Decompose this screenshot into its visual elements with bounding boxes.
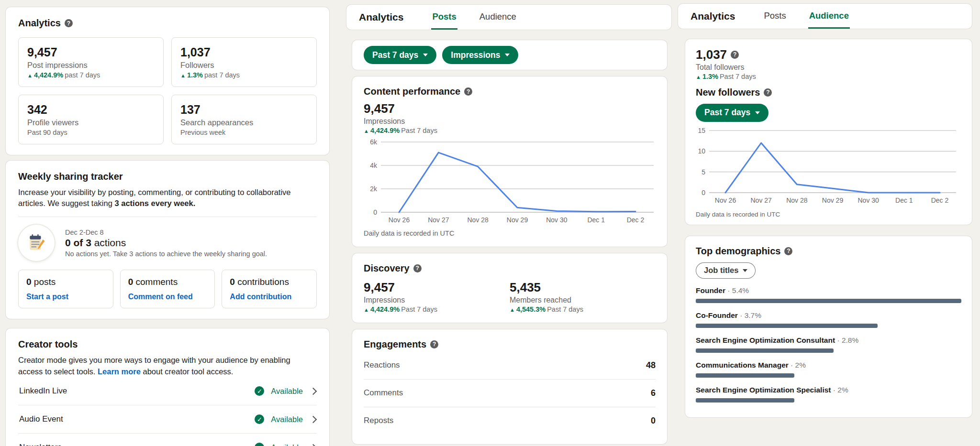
discovery-card: Discovery ? 9,457 Impressions ▲4,424.9%P…	[352, 253, 667, 323]
help-icon[interactable]: ?	[784, 247, 792, 255]
svg-text:Nov 29: Nov 29	[822, 196, 844, 204]
impressions-delta: ▲4,424.9%Past 7 days	[364, 127, 656, 134]
weekly-tracker-description: Increase your visibility by posting, com…	[18, 187, 317, 209]
svg-text:4k: 4k	[370, 162, 378, 169]
stat-label: Profile viewers	[27, 118, 155, 127]
content-performance-card: Content performance ? 9,457 Impressions …	[352, 76, 667, 247]
caret-down-icon	[505, 54, 510, 56]
page-title: Analytics	[690, 4, 735, 29]
svg-text:0: 0	[702, 189, 705, 196]
creator-tools-title: Creator tools	[18, 339, 317, 350]
help-icon[interactable]: ?	[65, 19, 73, 27]
posts-filter-card: Past 7 days Impressions	[352, 40, 667, 70]
tab-posts[interactable]: Posts	[763, 4, 787, 29]
status-badge: Available	[271, 443, 303, 446]
chevron-right-icon	[310, 444, 317, 446]
stat-post-impressions[interactable]: 9,457 Post impressions ▲4,424.9%past 7 d…	[18, 37, 164, 87]
job-titles-filter-button[interactable]: Job titles	[696, 262, 756, 279]
chevron-right-icon	[310, 415, 317, 423]
help-icon[interactable]: ?	[731, 51, 739, 59]
stat-value: 9,457	[27, 45, 155, 59]
page-title: Analytics	[359, 5, 403, 30]
tab-posts[interactable]: Posts	[431, 5, 457, 30]
svg-text:Dec 1: Dec 1	[895, 196, 913, 204]
overview-stat-grid: 9,457 Post impressions ▲4,424.9%past 7 d…	[18, 37, 317, 144]
engagement-row-reposts: Reposts 0	[364, 407, 656, 435]
demographic-bar	[696, 398, 794, 402]
demographic-row-communications-manager: Communications Manager · 2%	[696, 361, 961, 378]
total-followers-label: Total followers	[696, 63, 961, 72]
status-badge: Available	[271, 387, 303, 396]
stat-label: Search appearances	[180, 118, 308, 127]
demographic-row-co-founder: Co-Founder · 3.7%	[696, 311, 961, 328]
impressions-value: 9,457	[364, 102, 656, 116]
tool-row-newsletters[interactable]: Newsletters ✓Available	[18, 434, 317, 446]
discovery-title: Discovery ?	[364, 263, 656, 274]
action-count: 0 comments	[128, 277, 207, 287]
discovery-stats: 9,457 Impressions ▲4,424.9%Past 7 days 5…	[364, 281, 656, 313]
check-circle-icon: ✓	[255, 443, 264, 446]
tab-audience[interactable]: Audience	[479, 5, 517, 30]
add-contribution-link[interactable]: Add contribution	[230, 293, 291, 301]
up-arrow-icon: ▲	[180, 73, 186, 78]
demographics-list: Founder · 5.4% Co-Founder · 3.7% Search …	[696, 286, 961, 402]
learn-more-link[interactable]: Learn more	[98, 367, 141, 376]
svg-text:Dec 2: Dec 2	[931, 196, 949, 204]
svg-text:Nov 28: Nov 28	[467, 216, 489, 224]
tool-row-linkedin-live[interactable]: LinkedIn Live ✓Available	[18, 377, 317, 405]
comment-on-feed-link[interactable]: Comment on feed	[128, 293, 193, 301]
stat-label: Followers	[180, 61, 308, 70]
tracker-note: No actions yet. Take 3 actions to achiev…	[65, 250, 267, 258]
help-icon[interactable]: ?	[764, 88, 772, 97]
stat-search-appearances[interactable]: 137 Search appearances Previous week	[171, 95, 317, 144]
posts-panel-header: Analytics Posts Audience	[346, 5, 671, 30]
engagements-title: Engagements ?	[364, 339, 656, 350]
action-count: 0 posts	[26, 277, 105, 287]
content-performance-title: Content performance ?	[364, 86, 656, 97]
chevron-right-icon	[310, 387, 317, 395]
creator-tools-list: LinkedIn Live ✓Available Audio Event ✓Av…	[18, 377, 317, 446]
weekly-tracker-title: Weekly sharing tracker	[18, 171, 317, 182]
tool-row-audio-event[interactable]: Audio Event ✓Available	[18, 405, 317, 434]
analytics-overview-card: Analytics ? 9,457 Post impressions ▲4,42…	[6, 7, 329, 155]
stat-profile-viewers[interactable]: 342 Profile viewers Past 90 days	[18, 95, 164, 144]
svg-text:Nov 27: Nov 27	[750, 196, 772, 204]
engagements-list: Reactions 48 Comments 6 Reposts 0	[364, 352, 656, 435]
demographic-bar	[696, 299, 961, 303]
tab-audience[interactable]: Audience	[808, 4, 850, 29]
posts-analytics-column: Analytics Posts Audience Past 7 days Imp…	[346, 5, 672, 446]
svg-text:6k: 6k	[370, 138, 378, 146]
analytics-overview-title-text: Analytics	[18, 18, 61, 29]
start-a-post-link[interactable]: Start a post	[26, 293, 68, 301]
demographic-bar	[696, 324, 878, 328]
audience-panel-header: Analytics Posts Audience	[678, 4, 972, 29]
posts-action-box: 0 posts Start a post	[18, 270, 113, 308]
help-icon[interactable]: ?	[413, 264, 422, 272]
stat-followers[interactable]: 1,037 Followers ▲1.3%past 7 days	[171, 37, 317, 87]
demographics-filter-row: Job titles	[696, 262, 961, 279]
discovery-members-reached-stat: 5,435 Members reached ▲4,545.3%Past 7 da…	[510, 281, 656, 313]
time-range-filter-button[interactable]: Past 7 days	[696, 104, 768, 122]
demographic-bar	[696, 348, 834, 353]
demographic-bar	[696, 373, 794, 378]
analytics-overview-title: Analytics ?	[18, 18, 317, 29]
demographic-row-seo-specialist: Search Engine Optimization Specialist · …	[696, 386, 961, 402]
demographic-row-founder: Founder · 5.4%	[696, 286, 961, 303]
tracker-progress-row: Dec 2-Dec 8 0 of 3 actions No actions ye…	[18, 225, 317, 261]
audience-analytics-column: Analytics Posts Audience 1,037 ? Total f…	[678, 4, 972, 417]
total-followers-delta: ▲1.3%Past 7 days	[696, 73, 961, 80]
top-demographics-title: Top demographics ?	[696, 246, 961, 257]
help-icon[interactable]: ?	[464, 87, 472, 96]
help-icon[interactable]: ?	[430, 340, 438, 348]
stat-label: Post impressions	[27, 61, 155, 70]
tracker-action-grid: 0 posts Start a post 0 comments Comment …	[18, 270, 317, 308]
metric-filter-button[interactable]: Impressions	[442, 46, 518, 64]
up-arrow-icon: ▲	[510, 307, 515, 313]
up-arrow-icon: ▲	[364, 128, 369, 134]
followers-card: 1,037 ? Total followers ▲1.3%Past 7 days…	[685, 39, 972, 225]
chart-footnote: Daily data is recorded in UTC	[364, 229, 656, 237]
tracker-progress: 0 of 3 actions	[65, 237, 267, 249]
time-range-filter-button[interactable]: Past 7 days	[364, 46, 436, 64]
new-followers-line-chart: 051015Nov 26Nov 27Nov 28Nov 29Nov 30Dec …	[696, 126, 960, 206]
stat-value: 342	[27, 103, 155, 117]
